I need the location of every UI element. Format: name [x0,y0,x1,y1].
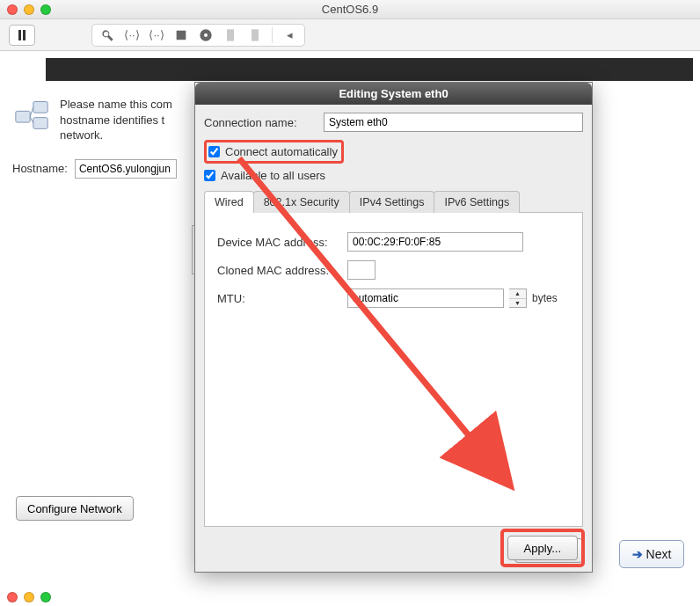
apply-button[interactable]: Apply... [507,536,578,560]
hostname-help-text: Please name this comhostname identifies … [60,97,172,143]
close-window-icon[interactable] [7,4,18,15]
minimize-window-icon[interactable] [24,4,34,15]
tab-8021x-security[interactable]: 802.1x Security [253,191,350,213]
dialog-title: Editing System eth0 [195,83,592,105]
arrow-right-icon: ➔ [632,547,643,561]
cd-drive-icon[interactable] [198,27,214,43]
toolbar-separator [272,27,273,43]
available-all-users-checkbox[interactable] [204,170,215,181]
svg-rect-1 [33,101,47,113]
chevron-down-icon[interactable]: ▼ [509,299,526,308]
device-mac-label: Device MAC address: [217,236,340,249]
close-window-icon[interactable] [7,592,18,602]
apply-button-highlight: Apply... [500,529,585,567]
cloned-mac-input[interactable] [347,260,376,280]
edit-connection-dialog: Editing System eth0 Connection name: Con… [194,82,593,573]
pause-button[interactable] [9,25,35,46]
device2-icon[interactable] [247,27,263,43]
cloned-mac-label: Cloned MAC address: [217,264,340,277]
bottom-traffic-lights [7,592,51,602]
mtu-unit-label: bytes [532,292,558,304]
hostname-label: Hostname: [12,162,68,175]
connection-name-label: Connection name: [204,116,317,129]
svg-line-4 [30,117,33,123]
device1-icon[interactable] [222,27,238,43]
mtu-spinner[interactable]: ▲▼ [509,288,527,308]
connect-automatically-label: Connect automatically [225,145,338,158]
zoom-window-icon[interactable] [40,592,51,602]
next-button-label: Next [646,547,672,561]
svg-rect-2 [33,118,47,129]
minimize-window-icon[interactable] [24,592,34,602]
device-mac-input[interactable] [347,232,523,252]
tab-ipv6-settings[interactable]: IPv6 Settings [434,191,520,213]
tab-ipv4-settings[interactable]: IPv4 Settings [349,191,435,213]
svg-line-3 [30,107,33,117]
vm-tool-icons: ⟨··⟩ ⟨··⟩ ◂ [91,24,305,47]
chevron-up-icon[interactable]: ▲ [509,289,526,299]
connect-automatically-highlight: Connect automatically [204,140,344,164]
hard-disk-icon[interactable] [173,27,189,43]
connect-automatically-checkbox[interactable] [208,146,220,157]
tab-wired[interactable]: Wired [204,191,254,213]
next-button[interactable]: ➔ Next [619,540,684,568]
connection-tabs: Wired 802.1x Security IPv4 Settings IPv6… [204,190,583,212]
network-adapter2-icon[interactable]: ⟨··⟩ [149,27,164,43]
computer-network-icon [12,97,51,135]
traffic-lights [7,4,51,15]
hostname-input[interactable] [75,159,177,179]
configure-network-button[interactable]: Configure Network [16,496,134,521]
mtu-label: MTU: [217,292,340,305]
window-title: CentOS6.9 [322,3,378,16]
vm-toolbar: ⟨··⟩ ⟨··⟩ ◂ [0,19,700,51]
installer-header-bar [46,58,693,81]
collapse-icon[interactable]: ◂ [281,27,297,43]
mac-titlebar: CentOS6.9 [0,0,700,19]
svg-rect-0 [16,111,30,122]
available-all-users-label: Available to all users [221,169,325,182]
connection-name-input[interactable] [324,113,583,132]
network-adapter1-icon[interactable]: ⟨··⟩ [124,27,140,43]
wired-tab-pane: Device MAC address: Cloned MAC address: … [204,212,583,527]
wrench-icon[interactable] [99,27,115,43]
zoom-window-icon[interactable] [40,4,51,15]
mtu-input[interactable] [347,288,504,308]
